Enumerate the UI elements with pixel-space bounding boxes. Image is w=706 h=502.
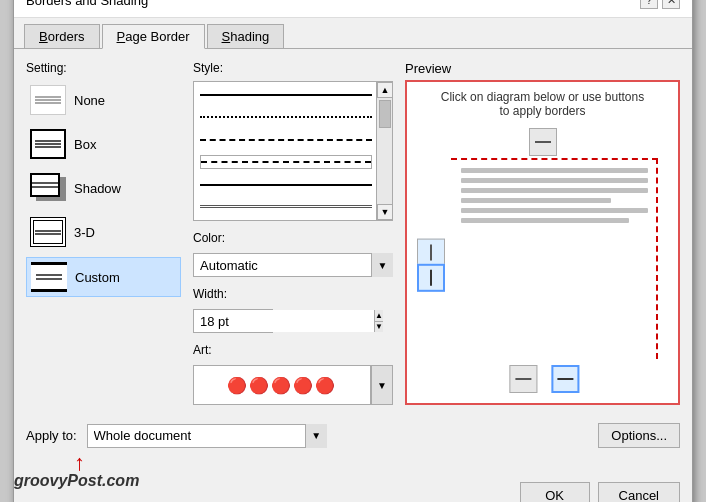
style-section: Style: xyxy=(193,61,393,221)
preview-text xyxy=(455,162,654,355)
style-dashed[interactable] xyxy=(200,133,372,147)
preview-content xyxy=(415,126,670,395)
color-label: Color: xyxy=(193,231,393,245)
watermark: groovyPost.com xyxy=(14,472,139,490)
setting-label: Setting: xyxy=(26,61,181,75)
border-btn-bottom2[interactable] xyxy=(551,365,579,393)
apply-to-select[interactable]: Whole document This section This section… xyxy=(87,424,327,448)
style-solid[interactable] xyxy=(200,88,372,102)
title-bar: Borders and Shading ? ✕ xyxy=(14,0,692,18)
tabs: Borders Page Border Shading xyxy=(14,18,692,49)
main-content: Setting: None Box xyxy=(14,49,692,417)
width-field: Width: ▲ ▼ xyxy=(193,287,393,333)
ok-button[interactable]: OK xyxy=(520,482,590,502)
style-label: Style: xyxy=(193,61,393,75)
style-scrollbar[interactable]: ▲ ▼ xyxy=(376,82,392,220)
setting-custom[interactable]: Custom xyxy=(26,257,181,297)
style-dotted[interactable] xyxy=(200,110,372,124)
none-icon xyxy=(30,85,66,115)
threed-icon xyxy=(30,217,66,247)
scroll-down-btn[interactable]: ▼ xyxy=(377,204,393,220)
scroll-up-btn[interactable]: ▲ xyxy=(377,82,393,98)
preview-panel: Preview Click on diagram below or use bu… xyxy=(405,61,680,405)
setting-none[interactable]: None xyxy=(26,81,181,119)
shadow-label: Shadow xyxy=(74,181,121,196)
style-dash-dot[interactable] xyxy=(200,155,372,170)
preview-box: Click on diagram below or use buttons to… xyxy=(405,80,680,405)
none-label: None xyxy=(74,93,105,108)
width-label: Width: xyxy=(193,287,393,301)
border-btn-bottom[interactable] xyxy=(509,365,537,393)
scroll-track xyxy=(377,98,392,204)
border-btn-left[interactable] xyxy=(417,238,445,266)
options-panel: Style: xyxy=(193,61,393,405)
border-btn-left2[interactable] xyxy=(417,263,445,291)
dashed-top-border xyxy=(451,158,658,160)
dialog-title: Borders and Shading xyxy=(26,0,148,8)
width-spinner[interactable]: ▲ ▼ xyxy=(193,309,273,333)
color-select-wrap: Automatic ▼ xyxy=(193,253,393,277)
width-input[interactable] xyxy=(194,310,374,332)
preview-instruction: Click on diagram below or use buttons to… xyxy=(441,90,644,118)
shadow-icon xyxy=(30,173,66,203)
setting-box[interactable]: Box xyxy=(26,125,181,163)
style-dash-dot-dot[interactable] xyxy=(200,177,372,191)
art-dropdown-btn[interactable]: ▼ xyxy=(371,365,393,405)
apply-to-label: Apply to: xyxy=(26,428,77,443)
art-label: Art: xyxy=(193,343,393,357)
apply-to-select-wrap: Whole document This section This section… xyxy=(87,424,327,448)
style-long-dash[interactable] xyxy=(200,200,372,214)
threed-label: 3-D xyxy=(74,225,95,240)
dialog-borders-shading: Borders and Shading ? ✕ Borders Page Bor… xyxy=(13,0,693,502)
setting-3d[interactable]: 3-D xyxy=(26,213,181,251)
dashed-right-border xyxy=(656,158,658,359)
close-button[interactable]: ✕ xyxy=(662,0,680,9)
tab-shading[interactable]: Shading xyxy=(207,24,285,48)
help-button[interactable]: ? xyxy=(640,0,658,9)
spinner-down-btn[interactable]: ▼ xyxy=(375,322,383,333)
color-field: Color: Automatic ▼ xyxy=(193,231,393,277)
cancel-button[interactable]: Cancel xyxy=(598,482,680,502)
custom-icon xyxy=(31,262,67,292)
setting-panel: Setting: None Box xyxy=(26,61,181,405)
box-label: Box xyxy=(74,137,96,152)
art-field: Art: 🔴🔴🔴🔴🔴 ▼ xyxy=(193,343,393,405)
setting-shadow[interactable]: Shadow xyxy=(26,169,181,207)
color-select[interactable]: Automatic xyxy=(193,253,393,277)
custom-label: Custom xyxy=(75,270,120,285)
apply-to-row: Apply to: Whole document This section Th… xyxy=(14,417,692,448)
preview-label: Preview xyxy=(405,61,680,76)
title-bar-controls: ? ✕ xyxy=(640,0,680,9)
border-btn-top[interactable] xyxy=(529,128,557,156)
scroll-thumb xyxy=(379,100,391,128)
tab-page-border[interactable]: Page Border xyxy=(102,24,205,49)
tab-borders[interactable]: Borders xyxy=(24,24,100,48)
box-icon xyxy=(30,129,66,159)
options-button[interactable]: Options... xyxy=(598,423,680,448)
style-list[interactable]: ▲ ▼ xyxy=(193,81,393,221)
spinner-up-btn[interactable]: ▲ xyxy=(375,310,383,322)
art-select-wrap: 🔴🔴🔴🔴🔴 ▼ xyxy=(193,365,393,405)
spinner-controls: ▲ ▼ xyxy=(374,310,383,332)
art-preview: 🔴🔴🔴🔴🔴 xyxy=(193,365,371,405)
